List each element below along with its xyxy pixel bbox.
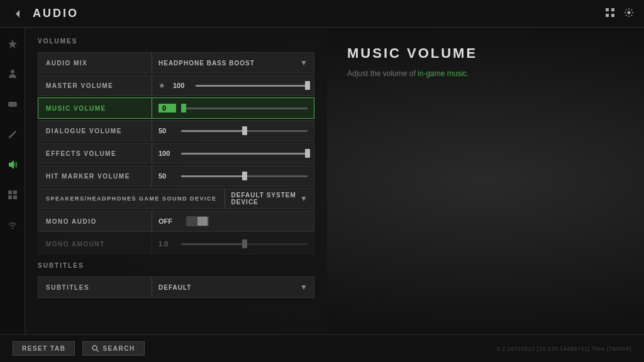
slider-thumb (242, 239, 247, 248)
effects-volume-value: 100 (158, 150, 176, 157)
slider-thumb (305, 81, 310, 90)
audio-mix-value: HEADPHONE BASS BOOST (158, 60, 255, 67)
speakers-device-label: SPEAKERS/HEADPHONES GAME SOUND DEVICE (38, 195, 225, 202)
page-title: AUDIO (33, 7, 79, 20)
dialogue-volume-label: DIALOGUE VOLUME (38, 128, 152, 134)
speakers-device-value: DEFAULT SYSTEM DEVICE (231, 192, 301, 206)
nav-icon-person[interactable] (4, 65, 21, 83)
mono-amount-label: MONO AMOUNT (38, 241, 152, 248)
footer-buttons: RESET TAB SEARCH (13, 341, 145, 356)
svg-point-7 (11, 70, 14, 74)
hit-marker-volume-slider[interactable] (181, 175, 308, 177)
header-icons (605, 8, 634, 20)
audio-mix-row[interactable]: AUDIO MIX HEADPHONE BASS BOOST ▼ (38, 52, 314, 74)
dialogue-volume-slider[interactable] (181, 130, 308, 132)
svg-point-17 (92, 346, 97, 350)
master-volume-slider[interactable] (196, 85, 308, 87)
header: AUDIO (0, 0, 644, 28)
header-left: AUDIO (10, 6, 79, 21)
volumes-rows: AUDIO MIX HEADPHONE BASS BOOST ▼ MASTER … (38, 52, 314, 255)
back-button[interactable] (10, 6, 25, 21)
subtitles-row[interactable]: SUBTITLES DEFAULT ▼ (38, 277, 314, 298)
slider-fill (181, 175, 245, 177)
mono-audio-control[interactable]: OFF (152, 216, 314, 226)
subtitles-section-title: SUBTITLES (38, 262, 314, 272)
svg-rect-4 (611, 14, 614, 17)
dialogue-volume-control[interactable]: 50 (152, 127, 314, 134)
mono-amount-slider (181, 243, 308, 245)
footer: RESET TAB SEARCH 9.2.16721522 [20.133.14… (0, 334, 644, 362)
music-volume-row[interactable]: MUSIC VOLUME 0 (38, 97, 314, 119)
svg-marker-6 (8, 40, 17, 48)
subtitles-value: DEFAULT (158, 284, 191, 291)
search-label: SEARCH (103, 345, 135, 352)
svg-point-12 (15, 104, 16, 106)
music-volume-slider[interactable] (181, 107, 308, 109)
mono-amount-control: 1.0 (152, 240, 314, 248)
reset-tab-label: RESET TAB (22, 345, 65, 352)
audio-mix-select[interactable]: HEADPHONE BASS BOOST ▼ (152, 58, 314, 67)
slider-fill (181, 243, 245, 245)
dialogue-volume-row[interactable]: DIALOGUE VOLUME 50 (38, 120, 314, 141)
detail-panel: MUSIC VOLUME Adjust the volume of in-gam… (327, 28, 644, 334)
nav-icon-edit[interactable] (4, 126, 21, 143)
speakers-device-row[interactable]: SPEAKERS/HEADPHONES GAME SOUND DEVICE DE… (38, 188, 314, 209)
chevron-down-icon: ▼ (300, 194, 308, 203)
svg-rect-10 (10, 103, 11, 106)
toggle-knob (197, 217, 208, 226)
svg-rect-1 (606, 8, 609, 11)
search-button[interactable]: SEARCH (82, 341, 144, 356)
effects-volume-control[interactable]: 100 (152, 150, 314, 157)
speakers-device-select[interactable]: DEFAULT SYSTEM DEVICE ▼ (225, 192, 314, 206)
nav-icon-wifi[interactable] (4, 216, 21, 234)
mono-audio-row[interactable]: MONO AUDIO OFF (38, 211, 314, 232)
master-volume-value: 100 (173, 82, 191, 89)
volumes-section-title: VOLUMES (38, 38, 314, 47)
audio-mix-label: AUDIO MIX (38, 60, 152, 67)
mono-audio-value: OFF (158, 217, 176, 225)
nav-icon-controller[interactable] (4, 96, 21, 113)
mono-amount-row: MONO AMOUNT 1.0 (38, 233, 314, 255)
detail-title: MUSIC VOLUME (347, 45, 624, 62)
nav-icon-star[interactable] (4, 35, 21, 53)
gear-icon[interactable] (624, 8, 634, 20)
slider-fill (196, 85, 308, 87)
master-volume-control[interactable]: ★ 100 (152, 81, 314, 90)
svg-point-5 (628, 11, 631, 14)
detail-description: Adjust the volume of in-game music. (347, 68, 624, 79)
slider-thumb (242, 172, 247, 180)
main-layout: VOLUMES AUDIO MIX HEADPHONE BASS BOOST ▼… (0, 28, 644, 334)
slider-thumb (305, 149, 310, 158)
master-volume-label: MASTER VOLUME (38, 82, 152, 89)
svg-line-18 (97, 350, 99, 352)
dialogue-volume-value: 50 (158, 127, 176, 134)
slider-fill (181, 153, 308, 155)
subtitles-select[interactable]: DEFAULT ▼ (152, 283, 314, 292)
settings-panel: VOLUMES AUDIO MIX HEADPHONE BASS BOOST ▼… (25, 28, 327, 334)
hit-marker-volume-row[interactable]: HIT MARKER VOLUME 50 (38, 165, 314, 187)
hit-marker-volume-value: 50 (158, 172, 176, 180)
version-text: 9.2.16721522 [20.133.14486+11] Time [700… (497, 346, 631, 352)
slider-thumb (242, 126, 247, 135)
master-volume-row[interactable]: MASTER VOLUME ★ 100 (38, 75, 314, 96)
music-volume-value: 0 (158, 104, 176, 112)
mono-audio-label: MONO AUDIO (38, 218, 152, 225)
grid-icon[interactable] (605, 8, 615, 20)
reset-tab-button[interactable]: RESET TAB (13, 341, 75, 356)
hit-marker-volume-control[interactable]: 50 (152, 172, 314, 180)
nav-icon-audio[interactable] (4, 156, 21, 173)
music-volume-label: MUSIC VOLUME (38, 105, 152, 112)
nav-icon-grid[interactable] (4, 186, 21, 204)
effects-volume-row[interactable]: EFFECTS VOLUME 100 (38, 143, 314, 164)
svg-rect-16 (13, 195, 17, 199)
slider-thumb (181, 104, 186, 112)
music-volume-control[interactable]: 0 (152, 104, 314, 112)
svg-point-11 (14, 103, 15, 104)
app-container: AUDIO (0, 0, 644, 362)
side-nav (0, 28, 25, 334)
effects-volume-slider[interactable] (181, 153, 308, 155)
svg-rect-13 (8, 190, 12, 194)
mono-audio-toggle[interactable] (186, 216, 209, 226)
svg-rect-14 (13, 190, 17, 194)
star-icon: ★ (158, 81, 165, 90)
